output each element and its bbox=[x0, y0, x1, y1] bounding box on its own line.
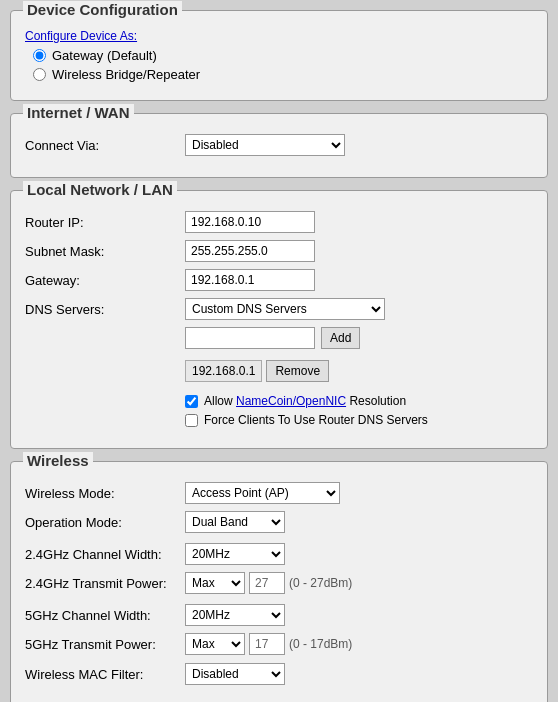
transmit-24-range: (0 - 27dBm) bbox=[289, 576, 352, 590]
channel-24-row: 2.4GHz Channel Width: 20MHz 40MHz 20/40M… bbox=[25, 543, 533, 565]
wireless-title: Wireless bbox=[23, 452, 93, 469]
remove-dns-button[interactable]: Remove bbox=[266, 360, 329, 382]
dns-add-input[interactable] bbox=[185, 327, 315, 349]
connect-via-select[interactable]: Disabled DHCP Static IP PPPoE bbox=[185, 134, 345, 156]
channel-5-select[interactable]: 20MHz 40MHz 80MHz bbox=[185, 604, 285, 626]
add-dns-button[interactable]: Add bbox=[321, 327, 360, 349]
transmit-24-row: 2.4GHz Transmit Power: Max High Medium L… bbox=[25, 572, 533, 594]
gateway-row: Gateway: bbox=[25, 269, 533, 291]
mac-filter-field: Disabled Whitelist Blacklist bbox=[185, 663, 533, 685]
dns-add-row: Add bbox=[25, 327, 533, 349]
transmit-5-label: 5GHz Transmit Power: bbox=[25, 637, 185, 652]
bridge-radio[interactable] bbox=[33, 68, 46, 81]
bridge-radio-row: Wireless Bridge/Repeater bbox=[33, 67, 533, 82]
namecoin-area: Allow NameCoin/OpenNIC Resolution Force … bbox=[185, 389, 533, 427]
gateway-field-value bbox=[185, 269, 533, 291]
allow-namecoin-label: Allow NameCoin/OpenNIC Resolution bbox=[204, 394, 406, 408]
internet-wan-section: Internet / WAN Connect Via: Disabled DHC… bbox=[10, 113, 548, 178]
connect-via-label: Connect Via: bbox=[25, 138, 185, 153]
transmit-24-power-select[interactable]: Max High Medium Low bbox=[185, 572, 245, 594]
local-network-section: Local Network / LAN Router IP: Subnet Ma… bbox=[10, 190, 548, 449]
mac-filter-label: Wireless MAC Filter: bbox=[25, 667, 185, 682]
operation-mode-select[interactable]: Dual Band 2.4GHz Only 5GHz Only bbox=[185, 511, 285, 533]
channel-5-label: 5GHz Channel Width: bbox=[25, 608, 185, 623]
allow-namecoin-row: Allow NameCoin/OpenNIC Resolution Force … bbox=[25, 389, 533, 427]
namecoin-link[interactable]: NameCoin/OpenNIC bbox=[236, 394, 346, 408]
mac-filter-select[interactable]: Disabled Whitelist Blacklist bbox=[185, 663, 285, 685]
allow-namecoin-checkbox[interactable] bbox=[185, 395, 198, 408]
channel-24-field: 20MHz 40MHz 20/40MHz bbox=[185, 543, 533, 565]
transmit-5-power-select[interactable]: Max High Medium Low bbox=[185, 633, 245, 655]
wireless-mode-select[interactable]: Access Point (AP) Client Repeater bbox=[185, 482, 340, 504]
transmit-5-range: (0 - 17dBm) bbox=[289, 637, 352, 651]
wireless-mode-row: Wireless Mode: Access Point (AP) Client … bbox=[25, 482, 533, 504]
operation-mode-label: Operation Mode: bbox=[25, 515, 185, 530]
operation-mode-field: Dual Band 2.4GHz Only 5GHz Only bbox=[185, 511, 533, 533]
gateway-radio[interactable] bbox=[33, 49, 46, 62]
channel-5-row: 5GHz Channel Width: 20MHz 40MHz 80MHz bbox=[25, 604, 533, 626]
gateway-radio-row: Gateway (Default) bbox=[33, 48, 533, 63]
dns-servers-row: DNS Servers: Custom DNS Servers Automati… bbox=[25, 298, 533, 320]
transmit-24-value-input bbox=[249, 572, 285, 594]
router-ip-value bbox=[185, 211, 533, 233]
local-network-title: Local Network / LAN bbox=[23, 181, 177, 198]
channel-24-select[interactable]: 20MHz 40MHz 20/40MHz bbox=[185, 543, 285, 565]
dns-entry-row: 192.168.0.1 Remove bbox=[25, 356, 533, 382]
wireless-mode-label: Wireless Mode: bbox=[25, 486, 185, 501]
gateway-label: Gateway (Default) bbox=[52, 48, 157, 63]
dns-servers-select[interactable]: Custom DNS Servers Automatic Manual bbox=[185, 298, 385, 320]
channel-5-field: 20MHz 40MHz 80MHz bbox=[185, 604, 533, 626]
router-ip-row: Router IP: bbox=[25, 211, 533, 233]
dns-servers-label: DNS Servers: bbox=[25, 302, 185, 317]
connect-via-value: Disabled DHCP Static IP PPPoE bbox=[185, 134, 533, 156]
gateway-field-label: Gateway: bbox=[25, 273, 185, 288]
subnet-mask-input[interactable] bbox=[185, 240, 315, 262]
internet-wan-title: Internet / WAN bbox=[23, 104, 134, 121]
operation-mode-row: Operation Mode: Dual Band 2.4GHz Only 5G… bbox=[25, 511, 533, 533]
configure-device-label: Configure Device As: bbox=[25, 29, 533, 43]
router-ip-label: Router IP: bbox=[25, 215, 185, 230]
transmit-5-value-input bbox=[249, 633, 285, 655]
device-config-title: Device Configuration bbox=[23, 1, 182, 18]
bridge-label: Wireless Bridge/Repeater bbox=[52, 67, 200, 82]
subnet-mask-label: Subnet Mask: bbox=[25, 244, 185, 259]
transmit-5-field: Max High Medium Low (0 - 17dBm) bbox=[185, 633, 533, 655]
channel-24-label: 2.4GHz Channel Width: bbox=[25, 547, 185, 562]
dns-add-area: Add bbox=[185, 327, 533, 349]
allow-namecoin-checkbox-row: Allow NameCoin/OpenNIC Resolution bbox=[185, 394, 533, 408]
gateway-input[interactable] bbox=[185, 269, 315, 291]
subnet-mask-row: Subnet Mask: bbox=[25, 240, 533, 262]
force-clients-checkbox[interactable] bbox=[185, 414, 198, 427]
dns-entry-value: 192.168.0.1 bbox=[185, 360, 262, 382]
dns-servers-field: Custom DNS Servers Automatic Manual bbox=[185, 298, 533, 320]
force-clients-checkbox-row: Force Clients To Use Router DNS Servers bbox=[185, 413, 533, 427]
wireless-section: Wireless Wireless Mode: Access Point (AP… bbox=[10, 461, 548, 702]
router-ip-input[interactable] bbox=[185, 211, 315, 233]
wireless-mode-field: Access Point (AP) Client Repeater bbox=[185, 482, 533, 504]
transmit-24-field: Max High Medium Low (0 - 27dBm) bbox=[185, 572, 533, 594]
device-config-section: Device Configuration Configure Device As… bbox=[10, 10, 548, 101]
subnet-mask-value bbox=[185, 240, 533, 262]
transmit-24-label: 2.4GHz Transmit Power: bbox=[25, 576, 185, 591]
connect-via-row: Connect Via: Disabled DHCP Static IP PPP… bbox=[25, 134, 533, 156]
force-clients-label: Force Clients To Use Router DNS Servers bbox=[204, 413, 428, 427]
mac-filter-row: Wireless MAC Filter: Disabled Whitelist … bbox=[25, 663, 533, 685]
transmit-5-row: 5GHz Transmit Power: Max High Medium Low… bbox=[25, 633, 533, 655]
dns-entry-area: 192.168.0.1 Remove bbox=[185, 360, 533, 382]
